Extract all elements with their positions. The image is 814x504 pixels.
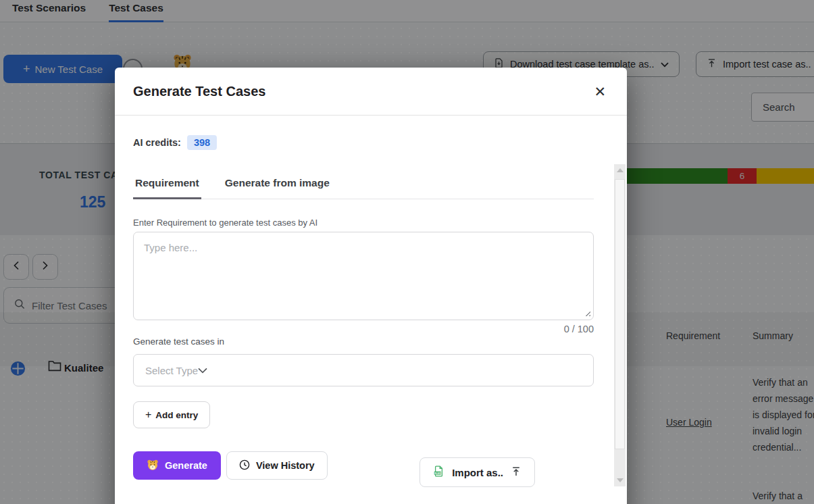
scrollbar-thumb[interactable] xyxy=(615,179,625,449)
scroll-up-icon[interactable] xyxy=(614,164,626,176)
modal-footer: Generate View History XLSX Import as. xyxy=(115,428,627,487)
ai-credits-row: AI credits: 398 xyxy=(133,135,594,150)
xlsx-file-icon: XLSX xyxy=(433,465,444,479)
plus-icon: + xyxy=(145,409,151,421)
add-entry-label: Add entry xyxy=(155,410,198,420)
generate-label: Generate xyxy=(165,460,207,471)
modal-body: AI credits: 398 Requirement Generate fro… xyxy=(115,116,627,428)
generate-button[interactable]: Generate xyxy=(133,451,221,480)
type-select-value: Select Type xyxy=(145,365,198,376)
generate-test-cases-modal: Generate Test Cases ✕ AI credits: 398 Re… xyxy=(115,68,627,504)
clock-icon xyxy=(239,459,250,472)
svg-text:XLSX: XLSX xyxy=(434,472,441,475)
ai-credits-badge: 398 xyxy=(187,135,217,150)
char-counter: 0 / 100 xyxy=(133,324,594,334)
modal-title: Generate Test Cases xyxy=(133,84,265,99)
modal-scrollbar[interactable] xyxy=(614,164,626,486)
requirement-textarea-wrap xyxy=(133,232,594,320)
view-history-button[interactable]: View History xyxy=(226,451,328,480)
import-as-button[interactable]: XLSX Import as.. xyxy=(419,457,535,487)
tiger-face-icon xyxy=(147,459,159,473)
import-as-label: Import as.. xyxy=(452,467,503,478)
modal-header: Generate Test Cases ✕ xyxy=(115,68,627,116)
tab-requirement[interactable]: Requirement xyxy=(133,177,201,199)
ai-credits-label: AI credits: xyxy=(133,137,181,148)
type-select[interactable]: Select Type xyxy=(133,354,594,386)
upload-icon xyxy=(511,466,522,479)
view-history-label: View History xyxy=(256,460,315,471)
scroll-down-icon[interactable] xyxy=(614,474,626,486)
generate-in-label: Generate test cases in xyxy=(133,336,594,347)
tab-generate-from-image[interactable]: Generate from image xyxy=(223,177,332,199)
add-entry-button[interactable]: + Add entry xyxy=(133,401,210,428)
requirement-textarea[interactable] xyxy=(133,232,594,320)
modal-tabs: Requirement Generate from image xyxy=(133,177,594,199)
requirement-field-label: Enter Requirement to generate test cases… xyxy=(133,218,594,228)
chevron-down-icon xyxy=(198,364,207,376)
close-icon[interactable]: ✕ xyxy=(591,82,609,101)
